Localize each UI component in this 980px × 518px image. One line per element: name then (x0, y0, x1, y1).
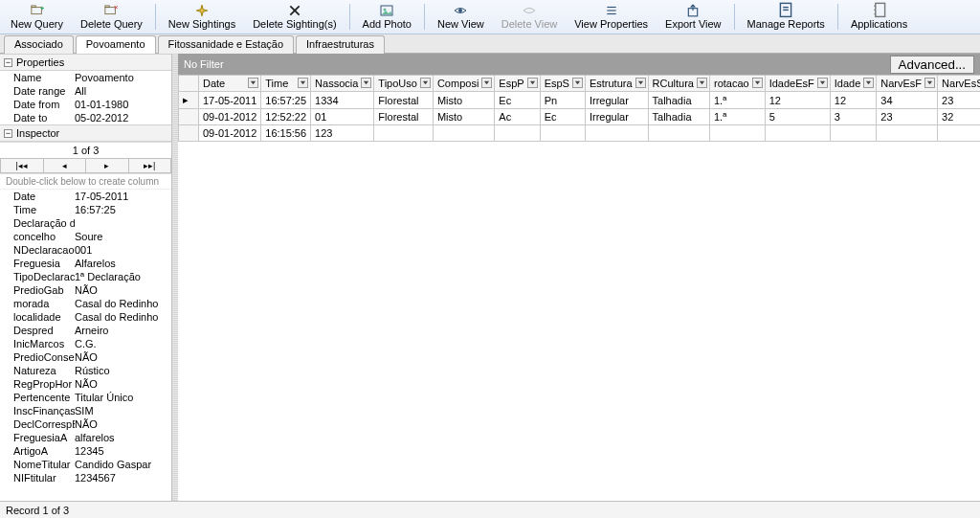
filter-dropdown-icon[interactable] (572, 78, 583, 88)
table-cell[interactable]: Ac (495, 109, 540, 125)
inspector-row[interactable]: concelhoSoure (0, 230, 171, 243)
filter-dropdown-icon[interactable] (924, 78, 935, 88)
inspector-row[interactable]: InicMarcosC.G. (0, 337, 171, 350)
properties-header[interactable]: − Properties (0, 54, 171, 71)
property-row[interactable]: Date from01-01-1980 (0, 98, 171, 111)
column-header[interactable]: Composi (433, 76, 494, 92)
inspector-row[interactable]: Declaração de (0, 216, 171, 230)
table-cell[interactable] (709, 125, 765, 142)
manage-reports-button[interactable]: Manage Reports (740, 2, 833, 32)
table-cell[interactable]: 09-01-2012 (199, 125, 261, 142)
new-query-button[interactable]: New Query (3, 2, 71, 32)
column-header[interactable]: IdadeEsF (765, 76, 830, 92)
filter-dropdown-icon[interactable] (481, 78, 492, 88)
column-header[interactable]: Date (199, 76, 261, 92)
column-header[interactable]: Idade (830, 76, 877, 92)
table-cell[interactable] (765, 125, 830, 142)
table-cell[interactable]: 1.ª (709, 92, 765, 109)
table-cell[interactable]: 12:52:22 (261, 109, 311, 125)
inspector-row[interactable]: PertencenteTitular Único (0, 391, 171, 404)
inspector-header[interactable]: − Inspector (0, 124, 171, 142)
inspector-row[interactable]: RegPropHorNÃO (0, 377, 171, 391)
table-cell[interactable] (374, 125, 434, 142)
table-cell[interactable]: 5 (765, 109, 830, 125)
table-cell[interactable]: 12 (765, 92, 830, 109)
inspector-row[interactable]: localidadeCasal do Redinho (0, 310, 171, 324)
data-grid[interactable]: DateTimeNassociaTipoUsoComposiEspPEspSEs… (178, 75, 980, 501)
table-cell[interactable]: Florestal (374, 109, 434, 125)
property-row[interactable]: Date to05-02-2012 (0, 111, 171, 124)
filter-dropdown-icon[interactable] (863, 78, 874, 88)
inspector-row[interactable]: Date17-05-2011 (0, 190, 171, 203)
column-header[interactable]: EspP (495, 76, 540, 92)
table-cell[interactable]: 3 (830, 109, 877, 125)
table-cell[interactable]: Irregular (585, 92, 648, 109)
table-cell[interactable]: Talhadia (648, 109, 709, 125)
table-cell[interactable]: 12 (830, 92, 877, 109)
inspector-row[interactable]: DespredArneiro (0, 324, 171, 337)
filter-dropdown-icon[interactable] (527, 78, 538, 88)
nav-prev-button[interactable]: ◂ (44, 158, 87, 173)
tab-infraestruturas[interactable]: Infraestruturas (296, 35, 385, 54)
inspector-row[interactable]: NIFtitular1234567 (0, 471, 171, 484)
column-header[interactable]: EspS (540, 76, 585, 92)
column-header[interactable]: NarvEsS (938, 76, 980, 92)
inspector-row[interactable]: PredioGabNÃO (0, 283, 171, 297)
table-cell[interactable]: 16:57:25 (261, 92, 311, 109)
filter-dropdown-icon[interactable] (635, 78, 646, 88)
inspector-row[interactable]: NaturezaRústico (0, 364, 171, 377)
row-header[interactable]: ▸ (179, 92, 199, 109)
table-row[interactable]: ▸17-05-201116:57:251334FlorestalMistoEcP… (179, 92, 981, 109)
inspector-row[interactable]: DeclCorrespBNÃO (0, 417, 171, 431)
inspector-row[interactable]: Time16:57:25 (0, 203, 171, 216)
nav-first-button[interactable]: |◂◂ (0, 158, 44, 173)
applications-button[interactable]: Applications (843, 2, 915, 32)
filter-dropdown-icon[interactable] (817, 78, 828, 88)
property-row[interactable]: NamePovoamento (0, 71, 171, 84)
table-cell[interactable] (540, 125, 585, 142)
table-cell[interactable] (585, 125, 648, 142)
filter-dropdown-icon[interactable] (248, 78, 258, 88)
table-cell[interactable]: 34 (877, 92, 938, 109)
column-header[interactable]: NarvEsF (877, 76, 938, 92)
table-cell[interactable]: 1.ª (709, 109, 765, 125)
filter-dropdown-icon[interactable] (752, 78, 763, 88)
filter-dropdown-icon[interactable] (298, 78, 308, 88)
inspector-row[interactable]: TipoDeclaraca1ª Declaração (0, 270, 171, 283)
table-cell[interactable]: Florestal (374, 92, 434, 109)
column-header[interactable]: Nassocia (311, 76, 374, 92)
filter-dropdown-icon[interactable] (361, 78, 371, 88)
inspector-row[interactable]: PredioConservNÃO (0, 350, 171, 364)
new-view-button[interactable]: New View (430, 2, 492, 32)
delete-sighting-button[interactable]: Delete Sighting(s) (245, 2, 344, 32)
column-header[interactable]: RCultura (648, 76, 709, 92)
nav-next-button[interactable]: ▸ (86, 158, 129, 173)
filter-dropdown-icon[interactable] (420, 78, 431, 88)
inspector-row[interactable]: ArtigoA12345 (0, 444, 171, 458)
view-properties-button[interactable]: View Properties (567, 2, 656, 32)
table-cell[interactable] (938, 125, 980, 142)
new-sightings-button[interactable]: New Sightings (161, 2, 243, 32)
export-view-button[interactable]: Export View (657, 2, 729, 32)
column-header[interactable]: rotacao (709, 76, 765, 92)
table-cell[interactable]: 32 (938, 109, 980, 125)
table-cell[interactable] (648, 125, 709, 142)
property-row[interactable]: Date rangeAll (0, 84, 171, 98)
table-cell[interactable] (877, 125, 938, 142)
table-cell[interactable]: 23 (938, 92, 980, 109)
table-row[interactable]: 09-01-201212:52:2201FlorestalMistoAcEcIr… (179, 109, 981, 125)
column-header[interactable]: Time (261, 76, 311, 92)
nav-last-button[interactable]: ▸▸| (129, 158, 172, 173)
tab-fitossanidade-e-esta-o[interactable]: Fitossanidade e Estação (158, 35, 294, 54)
table-cell[interactable] (495, 125, 540, 142)
inspector-row[interactable]: FreguesiaAlfarelos (0, 257, 171, 270)
inspector-row[interactable]: NomeTitularCandido Gaspar (0, 458, 171, 471)
table-row[interactable]: 09-01-201216:15:56123 (179, 125, 981, 142)
table-cell[interactable]: 23 (877, 109, 938, 125)
table-cell[interactable]: Talhadia (648, 92, 709, 109)
table-cell[interactable]: Misto (433, 109, 494, 125)
table-cell[interactable]: 123 (311, 125, 374, 142)
delete-query-button[interactable]: Delete Query (73, 2, 150, 32)
tab-povoamento[interactable]: Povoamento (76, 35, 156, 54)
row-header[interactable] (179, 109, 199, 125)
